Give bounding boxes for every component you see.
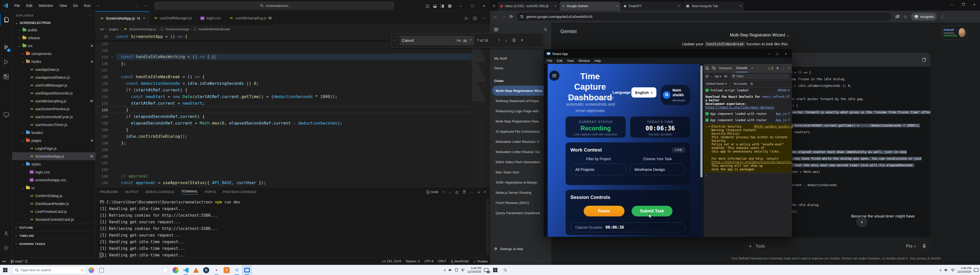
bookmark-star-icon[interactable]: ☆	[904, 14, 907, 19]
notification-button[interactable]	[974, 268, 978, 272]
explorer-item-screenshotapp-js[interactable]: JSScreenshotApp.jsM	[12, 152, 95, 160]
task-select[interactable]: Wireframe Design	[630, 163, 686, 175]
explorer-item-livepreviewcard-js[interactable]: JSLivePreviewCard.js	[12, 207, 95, 215]
live-expression-icon[interactable]	[724, 75, 728, 77]
editor-tab-login-css[interactable]: csslogin.css	[196, 11, 225, 25]
taskbar-app-app[interactable]: A	[201, 265, 211, 275]
close-icon[interactable]: ×	[785, 52, 787, 56]
chat-item[interactable]: Multi-Step Registration Flow	[492, 116, 549, 126]
chat-item[interactable]: Motivation Letter Revision: C	[492, 136, 549, 147]
section-outline[interactable]: ›OUTLINE	[12, 223, 95, 231]
sidebar-search-icon[interactable]	[544, 28, 547, 31]
console-row-log[interactable]: ✓App component loaded with routerApp.js:…	[703, 111, 792, 117]
taskbar-app-xampp[interactable]: X	[221, 265, 232, 275]
chat-item[interactable]: EMAI Video Pitch Generation	[492, 157, 549, 167]
tab-search-chevron-icon[interactable]: ∨	[493, 3, 496, 8]
section-timeline[interactable]: ›TIMELINE	[12, 231, 95, 240]
settings-help-button[interactable]: ⚙ Settings & help	[490, 244, 551, 254]
minimize-icon[interactable]: –	[455, 0, 466, 11]
console-prompt[interactable]: ›	[703, 173, 792, 179]
copilot-button[interactable]	[86, 265, 97, 275]
explorer-item-src[interactable]: ⌄src	[12, 42, 95, 50]
devtools-close-icon[interactable]: ×	[788, 66, 790, 70]
terminal-output[interactable]: PS C:\Users\User\Documents\Sourav\screen…	[100, 200, 240, 259]
kill-terminal-icon[interactable]	[463, 190, 466, 194]
menu-run[interactable]: Run	[81, 3, 93, 9]
toggle-panel-icon[interactable]: ◫	[426, 3, 430, 8]
menu-edit[interactable]: Edit	[24, 3, 35, 9]
react-menu-edit[interactable]: Edit	[557, 59, 563, 63]
explorer-item-usescreenpreview-js[interactable]: JSuseScreenPreview.js	[12, 105, 95, 113]
panel-close-icon[interactable]: ×	[484, 190, 486, 194]
clear-console-icon[interactable]	[705, 74, 709, 78]
close-icon[interactable]: ×	[478, 0, 490, 11]
breadcrumb-item[interactable]: ScreenshotApp.js	[129, 27, 156, 31]
chat-item[interactable]: Refactoring Login Page with	[492, 106, 549, 116]
taskbar-app-paint[interactable]	[170, 265, 181, 275]
source-link[interactable]: VM240:4	[778, 89, 790, 92]
reading-mode-icon[interactable]	[895, 15, 900, 18]
react-menu-window[interactable]: Window	[579, 59, 590, 63]
tray-expand-icon[interactable]: ∧	[939, 269, 942, 272]
scroll-to-bottom-button[interactable]: ∨	[856, 217, 867, 227]
taskbar-app-vlc[interactable]	[191, 265, 201, 275]
address-bar[interactable]: gemini.google.com/app/bd1d1d0ea4bf3c35	[517, 13, 892, 21]
back-icon[interactable]: ←	[493, 14, 498, 19]
activity-explorer-icon[interactable]	[0, 14, 12, 25]
forward-icon[interactable]: →	[501, 14, 506, 19]
section-running-tasks[interactable]: ›RUNNING TASKS	[12, 240, 95, 248]
source-link[interactable]: App.js:7	[776, 119, 790, 122]
pause-button[interactable]: Pause	[584, 206, 625, 217]
match-case-icon[interactable]: Aa	[457, 38, 461, 42]
more-tabs-icon[interactable]: »	[751, 65, 754, 72]
close-tab-icon[interactable]: ×	[143, 16, 145, 21]
nav-forward-icon[interactable]: →	[143, 3, 147, 7]
security-icon[interactable]	[455, 268, 458, 272]
new-terminal-icon[interactable]: +	[442, 190, 445, 194]
chat-item[interactable]: Max Team Size	[492, 167, 549, 177]
browser-tab-chatgpt[interactable]: ❋ChatGPT×	[621, 2, 682, 11]
expand-icon[interactable]: ▶	[709, 125, 710, 128]
explorer-item-usedraftmanager-js[interactable]: JSuseDraftManager.js	[12, 81, 95, 89]
explorer-item-ui[interactable]: ⌄ui	[12, 184, 95, 192]
find-in-selection-icon[interactable]: ☰	[512, 38, 516, 43]
conversation-title[interactable]: Multi-Step Registration Wizard ⌄	[730, 33, 790, 38]
start-button[interactable]	[0, 265, 10, 275]
taskbar-clock[interactable]: 3:46 PM12/19/2025	[467, 267, 481, 274]
browser-menu-icon[interactable]: ⋮	[940, 14, 945, 19]
taskbar-app-chrome-profile-2[interactable]	[232, 265, 242, 275]
close-tab-icon[interactable]: ×	[554, 4, 556, 8]
reload-icon[interactable]: ⟳	[509, 14, 513, 19]
explorer-item-useelapsedseconds-js[interactable]: JSuseElapsedSeconds.js	[12, 89, 95, 97]
submit-task-button[interactable]: Submit Task	[632, 206, 673, 217]
maximize-icon[interactable]: □	[466, 0, 478, 11]
network-icon[interactable]	[461, 269, 465, 272]
split-editor-icon[interactable]: ◫	[473, 16, 477, 21]
breadcrumb[interactable]: src›pages›JSScreenshotApp.js›ScreenshotA…	[96, 25, 490, 33]
terminal-scrollbar[interactable]	[487, 199, 489, 255]
start-button[interactable]	[490, 265, 500, 275]
react-app-titlebar[interactable]: React App – □ ×	[544, 50, 791, 58]
tab-console[interactable]: Console	[735, 64, 748, 72]
editor-tab-useidlesampling-js[interactable]: JSuseIdleSampling.jsM	[225, 11, 276, 25]
react-menu-view[interactable]: View	[567, 59, 574, 63]
activity-settings-icon[interactable]	[0, 242, 12, 254]
react-menu-file[interactable]: File	[547, 59, 552, 63]
devtools-settings-icon[interactable]: ⚙	[776, 66, 779, 70]
add-attachment-icon[interactable]: +	[749, 243, 752, 249]
activity-remote-explorer-icon[interactable]	[0, 109, 12, 121]
explorer-root-folder[interactable]: ⌄SCREENELECTRON	[12, 20, 95, 26]
explorer-item-public[interactable]: ›public	[12, 26, 95, 34]
browser-tab-google-gemini[interactable]: ✦Google Gemini×	[559, 2, 620, 11]
console-log-list[interactable]: ✓Preload script loaded!VM240:4react_refr…	[703, 87, 792, 179]
status-item-encoding[interactable]: UTF-8	[422, 259, 436, 263]
maximize-icon[interactable]: ❐	[958, 3, 969, 6]
panel-tab-terminal[interactable]: TERMINAL	[181, 190, 198, 194]
mic-icon[interactable]	[923, 244, 926, 248]
panel-tab-debug-console[interactable]: DEBUG CONSOLE	[145, 190, 174, 194]
taskbar-app-taskpro[interactable]	[242, 265, 252, 275]
log-levels-select[interactable]: Default levels ▾	[706, 82, 727, 85]
code-editor[interactable]: 122123124› const handleIdleWasWorking = …	[96, 40, 490, 187]
status-item-indentation[interactable]: Spaces: 2	[403, 259, 422, 263]
tray-expand-icon[interactable]: ∧	[444, 269, 446, 272]
